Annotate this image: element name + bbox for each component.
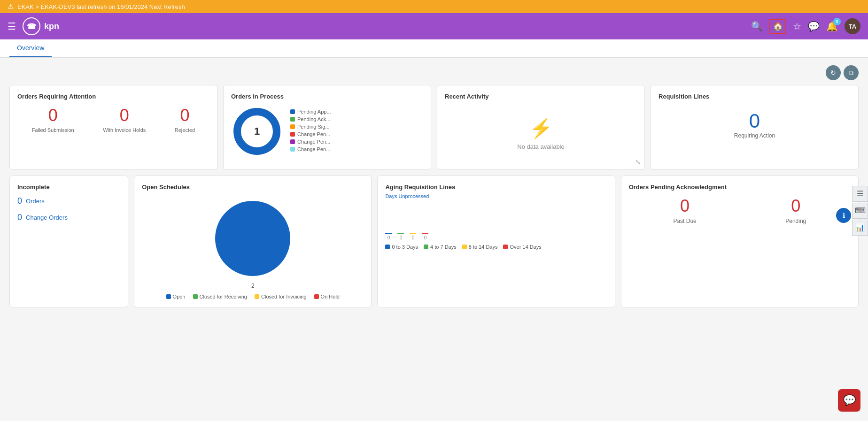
tab-bar: Overview bbox=[0, 39, 868, 58]
legend-label-4: Change Pen... bbox=[297, 139, 330, 145]
donut-chart: 1 bbox=[231, 106, 283, 157]
aging-legend-label-2: 8 to 14 Days bbox=[469, 244, 498, 250]
aging-legend-0: 0 to 3 Days bbox=[385, 244, 418, 250]
req-lines-content: 0 Requiring Action bbox=[659, 106, 851, 143]
pie-dot-closed-receiving bbox=[193, 294, 198, 299]
copy-button[interactable]: ⧉ bbox=[844, 65, 859, 80]
aging-dot-2 bbox=[462, 245, 467, 249]
message-icon[interactable]: 💬 bbox=[808, 21, 820, 32]
aging-legend-2: 8 to 14 Days bbox=[462, 244, 498, 250]
search-icon[interactable]: 🔍 bbox=[751, 21, 763, 32]
sidebar-float-btn-2[interactable]: 📊 bbox=[852, 220, 868, 236]
warning-icon: ⚠ bbox=[8, 2, 14, 11]
aging-bar-col-0 bbox=[385, 233, 392, 234]
req-lines-title: Requisition Lines bbox=[659, 93, 851, 100]
legend-dot-5 bbox=[290, 147, 295, 152]
hamburger-menu[interactable]: ☰ bbox=[8, 21, 16, 32]
tab-overview[interactable]: Overview bbox=[9, 39, 52, 57]
aging-bar-2: 0 bbox=[410, 233, 416, 240]
aging-legend: 0 to 3 Days 4 to 7 Days 8 to 14 Days Ove… bbox=[385, 244, 607, 250]
alert-text: EKAK > EKAK-DEV3 last refresh on 16/01/2… bbox=[17, 3, 185, 10]
aging-bar-label-3: 0 bbox=[424, 235, 427, 240]
incomplete-change-orders-label: Change Orders bbox=[26, 214, 68, 221]
legend-dot-3 bbox=[290, 132, 295, 137]
aging-bar-label-0: 0 bbox=[388, 235, 390, 240]
pie-legend-on-hold: On Hold bbox=[314, 294, 340, 299]
aging-bar-label-1: 0 bbox=[400, 235, 403, 240]
logo-icon: ☎ bbox=[23, 17, 40, 35]
failed-submission-item[interactable]: 0 Failed Submission bbox=[32, 106, 74, 133]
sidebar-float-btn-0[interactable]: ☰ bbox=[852, 186, 868, 202]
req-lines-label: Requiring Action bbox=[734, 132, 775, 139]
incomplete-change-orders-value: 0 bbox=[17, 213, 22, 222]
attention-grid: 0 Failed Submission 0 With Invoice Holds… bbox=[17, 106, 209, 133]
pending-past-due-value: 0 bbox=[673, 196, 696, 216]
legend-label-1: Pending Ack... bbox=[297, 116, 330, 122]
legend-label-2: Pending Sig... bbox=[297, 124, 330, 130]
header-left: ☰ ☎ kpn bbox=[8, 17, 59, 35]
expand-icon[interactable]: ⤡ bbox=[635, 158, 641, 166]
alert-bar: ⚠ EKAK > EKAK-DEV3 last refresh on 16/01… bbox=[0, 0, 868, 13]
lightning-icon: ⚡ bbox=[529, 117, 553, 139]
pie-chart-wrap: 2 Open Closed for Receiving Closed for I… bbox=[142, 196, 364, 299]
pie-legend-closed-invoicing-label: Closed for Invoicing bbox=[261, 294, 307, 299]
pie-legend-closed-invoicing: Closed for Invoicing bbox=[255, 294, 307, 299]
recent-activity-title: Recent Activity bbox=[445, 93, 637, 100]
legend-dot-4 bbox=[290, 139, 295, 144]
incomplete-orders-label: Orders bbox=[26, 198, 45, 205]
chat-float-button[interactable]: 💬 bbox=[838, 389, 860, 412]
aging-bar-1: 0 bbox=[397, 233, 404, 240]
invoice-holds-item[interactable]: 0 With Invoice Holds bbox=[103, 106, 146, 133]
incomplete-orders-value: 0 bbox=[17, 196, 22, 206]
orders-in-process-card: Orders in Process 1 Pending App... bbox=[223, 85, 431, 170]
pending-pending[interactable]: 0 Pending bbox=[785, 196, 806, 224]
aging-bar-col-2 bbox=[410, 233, 416, 234]
pending-pending-value: 0 bbox=[785, 196, 806, 216]
no-data-section: ⚡ No data available bbox=[445, 106, 637, 162]
notification-badge: 8 bbox=[833, 18, 841, 25]
req-lines-value: 0 bbox=[749, 110, 760, 132]
refresh-button[interactable]: ↻ bbox=[826, 65, 841, 80]
incomplete-list: 0 Orders 0 Change Orders bbox=[17, 196, 120, 222]
aging-subtitle: Days Unprocessed bbox=[385, 193, 607, 199]
aging-bar-0: 0 bbox=[385, 233, 392, 240]
aging-dot-1 bbox=[424, 245, 428, 249]
logo: ☎ kpn bbox=[23, 17, 59, 35]
aging-requisition-card: Aging Requisition Lines Days Unprocessed… bbox=[377, 176, 615, 307]
aging-legend-1: 4 to 7 Days bbox=[424, 244, 457, 250]
recent-activity-card: Recent Activity ⚡ No data available ⤡ bbox=[437, 85, 645, 170]
avatar[interactable]: TA bbox=[845, 18, 860, 34]
orders-pending-card: Orders Pending Acknowledgment 0 Past Due… bbox=[621, 176, 859, 307]
aging-dot-3 bbox=[503, 245, 508, 249]
top-cards-grid: Orders Requiring Attention 0 Failed Subm… bbox=[9, 85, 859, 170]
pie-dot-on-hold bbox=[314, 294, 319, 299]
toolbar: ↻ ⧉ bbox=[9, 65, 859, 80]
pie-dot-open bbox=[166, 294, 171, 299]
aging-bar-col-3 bbox=[422, 233, 428, 234]
pie-legend: Open Closed for Receiving Closed for Inv… bbox=[166, 294, 340, 299]
pending-past-due[interactable]: 0 Past Due bbox=[673, 196, 696, 224]
rejected-item[interactable]: 0 Rejected bbox=[175, 106, 195, 133]
aging-legend-label-3: Over 14 Days bbox=[510, 244, 541, 250]
failed-submission-value: 0 bbox=[32, 106, 74, 125]
aging-legend-label-1: 4 to 7 Days bbox=[430, 244, 457, 250]
legend-label-5: Change Pen... bbox=[297, 146, 330, 152]
notification-icon[interactable]: 🔔 8 bbox=[826, 21, 838, 32]
requisition-lines-card: Requisition Lines 0 Requiring Action bbox=[651, 85, 859, 170]
aging-dot-0 bbox=[385, 245, 390, 249]
legend-dot-0 bbox=[290, 109, 295, 114]
legend-item-2: Pending Sig... bbox=[290, 124, 331, 130]
orders-requiring-attention-card: Orders Requiring Attention 0 Failed Subm… bbox=[9, 85, 217, 170]
incomplete-orders[interactable]: 0 Orders bbox=[17, 196, 120, 206]
legend-item-1: Pending Ack... bbox=[290, 116, 331, 122]
process-content: 1 Pending App... Pending Ack... Pending … bbox=[231, 106, 423, 157]
pie-legend-closed-receiving: Closed for Receiving bbox=[193, 294, 248, 299]
incomplete-change-orders[interactable]: 0 Change Orders bbox=[17, 213, 120, 222]
info-float-button[interactable]: ℹ bbox=[836, 208, 851, 223]
pie-dot-closed-invoicing bbox=[255, 294, 259, 299]
home-icon[interactable]: 🏠 bbox=[769, 19, 786, 34]
legend-item-5: Change Pen... bbox=[290, 146, 331, 152]
invoice-holds-value: 0 bbox=[103, 106, 146, 125]
sidebar-float-btn-1[interactable]: ⌨ bbox=[852, 203, 868, 219]
star-icon[interactable]: ☆ bbox=[793, 21, 801, 32]
